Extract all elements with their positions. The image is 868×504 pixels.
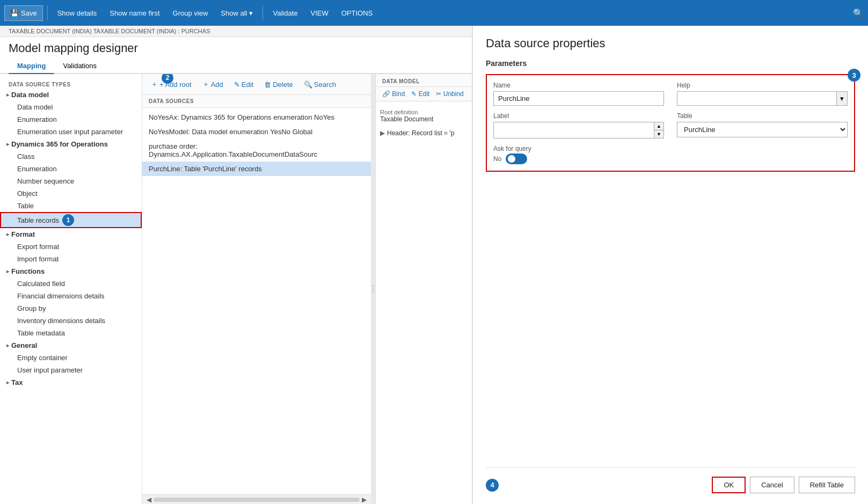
spinner-controls: ▲ ▼ — [654, 122, 664, 138]
edit-button[interactable]: ✎ Edit — [230, 78, 258, 91]
ds-type-import-format[interactable]: Import format — [0, 253, 142, 265]
datasources-list: NoYesAx: Dynamics 365 for Operations enu… — [142, 108, 371, 494]
table-select[interactable]: PurchLine — [677, 122, 848, 137]
ds-type-data-model-group[interactable]: ▸ Data model — [0, 89, 142, 101]
spinner-up[interactable]: ▲ — [654, 122, 663, 130]
datasources-panel: ＋ + Add root 2 ＋ Add ✎ Edit 🗑 — [142, 74, 371, 504]
root-def-label: Root definition — [380, 109, 468, 115]
unbind-button[interactable]: ✂ Unbind — [434, 89, 465, 99]
ds-type-number-seq[interactable]: Number sequence — [0, 175, 142, 187]
ds-item-noyesmodel[interactable]: NoYesModel: Data model enumeration YesNo… — [142, 125, 371, 139]
refill-table-button[interactable]: Refill Table — [799, 477, 855, 493]
show-all-button[interactable]: Show all ▾ — [215, 6, 258, 20]
dm-tree-item[interactable]: ▶ Header: Record list = 'p — [380, 127, 468, 139]
scroll-left-icon[interactable]: ◀ — [144, 496, 154, 503]
table-label: Table — [677, 112, 848, 120]
ds-type-empty-container[interactable]: Empty container — [0, 352, 142, 364]
unbind-icon: ✂ — [436, 90, 441, 98]
options-button[interactable]: OPTIONS — [336, 6, 378, 20]
datasource-types-panel: DATA SOURCE TYPES ▸ Data model Data mode… — [0, 74, 142, 504]
ds-type-table-records[interactable]: Table records 1 — [0, 212, 142, 228]
datasources-toolbar: ＋ + Add root 2 ＋ Add ✎ Edit 🗑 — [142, 74, 371, 95]
ds-type-object[interactable]: Object — [0, 187, 142, 200]
search-button[interactable]: 🔍 Search — [300, 78, 340, 91]
cancel-button[interactable]: Cancel — [750, 477, 794, 493]
bind-button[interactable]: 🔗 Bind — [380, 89, 407, 99]
ds-type-class[interactable]: Class — [0, 150, 142, 163]
ds-type-table[interactable]: Table — [0, 200, 142, 212]
ds-type-enum-user-input[interactable]: Enumeration user input parameter — [0, 126, 142, 138]
name-label: Name — [493, 82, 664, 89]
parameters-box: Name Help ▾ Label — [486, 74, 855, 172]
ds-type-enum2[interactable]: Enumeration — [0, 163, 142, 175]
ds-type-enumeration[interactable]: Enumeration — [0, 113, 142, 126]
validate-button[interactable]: Validate — [267, 6, 303, 20]
ds-type-fin-dim[interactable]: Financial dimensions details — [0, 290, 142, 302]
ask-query-toggle[interactable] — [506, 154, 527, 164]
datasource-types-header: DATA SOURCE TYPES — [0, 78, 142, 89]
ds-type-calc-field[interactable]: Calculated field — [0, 277, 142, 290]
label-field: Label ▲ ▼ — [493, 112, 664, 138]
view-button[interactable]: VIEW — [305, 6, 333, 20]
name-field: Name — [493, 82, 664, 106]
ds-type-format-group[interactable]: ▸ Format — [0, 228, 142, 240]
show-details-button[interactable]: Show details — [52, 6, 103, 20]
ds-type-export-format[interactable]: Export format — [0, 240, 142, 253]
column-divider[interactable]: ⋮ — [371, 74, 375, 504]
search-icon[interactable]: 🔍 — [853, 8, 864, 18]
help-dropdown-button[interactable]: ▾ — [837, 91, 848, 106]
ask-for-query-section: Ask for query No — [493, 145, 848, 164]
ds-type-inv-dim[interactable]: Inventory dimensions details — [0, 315, 142, 327]
ds-item-purchline[interactable]: PurchLine: Table 'PurchLine' records — [142, 162, 371, 176]
data-model-body: Root definition Taxable Document ▶ Heade… — [376, 101, 472, 143]
ds-type-d365-group[interactable]: ▸ Dynamics 365 for Operations — [0, 138, 142, 150]
main-toolbar: 💾 Save Show details Show name first Grou… — [0, 0, 868, 26]
spinner-down[interactable]: ▼ — [654, 130, 663, 138]
help-input[interactable] — [677, 91, 837, 106]
expand-icon-4: ▸ — [6, 268, 9, 274]
dm-edit-button[interactable]: ✎ Edit — [409, 89, 432, 99]
label-label: Label — [493, 112, 664, 120]
ds-type-data-model[interactable]: Data model — [0, 101, 142, 113]
root-def-value: Taxable Document — [380, 115, 468, 123]
toggle-wrap: No — [493, 154, 531, 164]
edit-icon: ✎ — [234, 81, 240, 89]
ds-type-table-meta[interactable]: Table metadata — [0, 327, 142, 339]
scroll-right-icon[interactable]: ▶ — [360, 496, 369, 503]
ds-type-functions-group[interactable]: ▸ Functions — [0, 265, 142, 277]
ds-type-general-group[interactable]: ▸ General — [0, 339, 142, 352]
dropdown-icon: ▾ — [249, 9, 253, 17]
bind-icon: 🔗 — [382, 90, 390, 98]
ds-item-purchase-order[interactable]: purchase order: Dynamics.AX.Application.… — [142, 139, 371, 162]
search-icon-btn: 🔍 — [304, 81, 312, 89]
data-model-header: DATA MODEL — [376, 74, 472, 87]
label-spinner: ▲ ▼ — [493, 122, 664, 138]
datasources-header: DATA SOURCES — [142, 95, 371, 108]
dm-edit-icon: ✎ — [411, 90, 417, 98]
show-name-first-button[interactable]: Show name first — [104, 6, 165, 20]
ask-query-label: Ask for query — [493, 145, 531, 152]
delete-button[interactable]: 🗑 Delete — [260, 78, 297, 91]
plus-icon: ＋ — [151, 79, 158, 89]
horizontal-scrollbar[interactable]: ◀ ▶ — [142, 494, 371, 504]
ds-type-tax-group[interactable]: ▸ Tax — [0, 376, 142, 389]
ds-type-group-by[interactable]: Group by — [0, 302, 142, 315]
left-panel: TAXABLE DOCUMENT (INDIA) TAXABLE DOCUMEN… — [0, 26, 472, 504]
ok-button[interactable]: OK — [712, 477, 746, 493]
form-grid: Name Help ▾ Label — [493, 82, 848, 138]
add-button[interactable]: ＋ Add — [198, 77, 228, 91]
data-model-panel: DATA MODEL 🔗 Bind ✎ Edit ✂ Unbind — [375, 74, 472, 504]
name-input[interactable] — [493, 91, 664, 106]
tab-mapping[interactable]: Mapping — [9, 57, 54, 74]
ds-type-user-input[interactable]: User input parameter — [0, 364, 142, 376]
ds-item-noyesax[interactable]: NoYesAx: Dynamics 365 for Operations enu… — [142, 110, 371, 125]
toolbar-divider-1 — [47, 5, 48, 20]
page-title: Model mapping designer — [0, 37, 472, 57]
save-button[interactable]: 💾 Save — [4, 5, 43, 21]
tab-validations[interactable]: Validations — [54, 57, 105, 74]
toggle-knob — [508, 155, 515, 163]
group-view-button[interactable]: Group view — [167, 6, 214, 20]
badge-1: 1 — [62, 214, 74, 226]
expand-icon: ▸ — [6, 92, 9, 98]
label-input[interactable] — [493, 122, 654, 138]
